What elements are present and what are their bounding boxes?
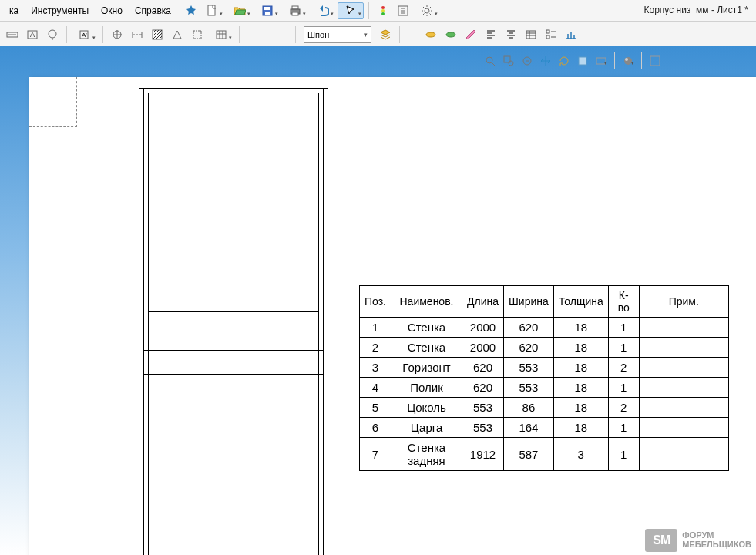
text-box-icon[interactable]: A (23, 26, 42, 43)
new-document-button[interactable] (199, 2, 225, 19)
table-cell-note (639, 438, 728, 471)
table-cell-thk: 18 (553, 418, 608, 438)
svg-point-8 (381, 9, 385, 12)
edge-tool-2-icon[interactable] (442, 26, 460, 43)
table-icon[interactable] (208, 26, 234, 43)
table-cell-note (639, 358, 728, 378)
menu-tools[interactable]: Инструменты (25, 2, 95, 19)
table-cell-note (639, 318, 728, 338)
select-button[interactable] (338, 2, 364, 19)
svg-point-34 (625, 58, 628, 61)
display-style-icon[interactable] (574, 53, 591, 69)
balloon-icon[interactable] (43, 26, 62, 43)
separator (399, 26, 400, 43)
table-tool-icon[interactable] (522, 26, 540, 43)
menu-window[interactable]: Окно (95, 2, 129, 19)
hide-show-icon[interactable] (593, 53, 610, 69)
print-button[interactable] (282, 2, 308, 19)
table-row[interactable]: 6Царга553164181 (360, 418, 729, 438)
table-row[interactable]: 5Цоколь55386182 (360, 398, 729, 418)
table-row[interactable]: 2Стенка2000620181 (360, 338, 729, 358)
dimension-icon[interactable] (3, 26, 22, 43)
material-dropdown[interactable]: Шпон (304, 26, 371, 43)
svg-point-33 (624, 57, 632, 65)
table-cell-name: Горизонт (391, 358, 462, 378)
menu-edit-partial[interactable]: ка (3, 2, 25, 19)
col-width: Ширина (504, 286, 554, 318)
svg-rect-31 (579, 57, 586, 65)
edge-tool-1-icon[interactable] (422, 26, 440, 43)
table-cell-qty: 2 (608, 398, 639, 418)
area-icon[interactable] (168, 26, 186, 43)
table-row[interactable]: 7Стенка задняя191258731 (360, 438, 729, 471)
svg-rect-6 (292, 12, 298, 15)
svg-rect-25 (546, 30, 549, 33)
table-cell-name: Царга (391, 418, 462, 438)
table-cell-len: 2000 (462, 318, 504, 338)
rebuild-button[interactable] (394, 2, 412, 19)
options-button[interactable] (414, 2, 440, 19)
align-left-icon[interactable] (482, 26, 500, 43)
list-tool-icon[interactable] (542, 26, 560, 43)
region-icon[interactable] (188, 26, 207, 43)
zoom-prev-icon[interactable] (519, 53, 536, 69)
undo-button[interactable] (310, 2, 336, 19)
table-row[interactable]: 4Полик620553181 (360, 378, 729, 398)
separator (641, 52, 642, 69)
table-cell-len: 620 (462, 378, 504, 398)
table-cell-pos: 2 (360, 338, 391, 358)
svg-point-11 (425, 8, 429, 13)
svg-point-23 (446, 32, 455, 37)
sheet-margin-marker (29, 77, 77, 127)
table-cell-wid: 620 (504, 338, 554, 358)
drawing-canvas[interactable]: Поз. Наименов. Длина Ширина Толщина К-во… (0, 46, 756, 555)
table-cell-qty: 1 (608, 378, 639, 398)
appearance-icon[interactable] (620, 53, 637, 69)
save-button[interactable] (254, 2, 281, 19)
table-cell-pos: 7 (360, 438, 391, 471)
traffic-light-icon[interactable] (374, 2, 392, 19)
svg-rect-0 (208, 5, 215, 15)
table-cell-thk: 18 (553, 318, 608, 338)
layers-icon[interactable] (376, 26, 395, 43)
table-cell-thk: 18 (553, 378, 608, 398)
zoom-fit-icon[interactable] (482, 53, 499, 69)
svg-point-29 (509, 61, 513, 66)
zoom-area-icon[interactable] (500, 53, 517, 69)
annotation-icon[interactable]: A' (72, 26, 98, 43)
open-document-button[interactable] (227, 2, 253, 19)
separator (614, 52, 615, 69)
scene-icon[interactable] (647, 53, 664, 69)
table-row[interactable]: 1Стенка2000620181 (360, 318, 729, 338)
table-cell-name: Полик (391, 378, 462, 398)
table-cell-qty: 1 (608, 418, 639, 438)
table-row[interactable]: 3Горизонт620553182 (360, 358, 729, 378)
centerline-icon[interactable] (128, 26, 146, 43)
svg-rect-24 (526, 31, 536, 39)
table-cell-len: 1912 (462, 438, 504, 471)
rotate-icon[interactable] (556, 53, 573, 69)
svg-point-27 (486, 57, 492, 63)
separator (66, 26, 67, 43)
col-position: Поз. (360, 286, 391, 318)
svg-point-22 (426, 32, 435, 37)
table-cell-note (639, 378, 728, 398)
drawing-sheet: Поз. Наименов. Длина Ширина Толщина К-во… (29, 77, 756, 555)
hatch-icon[interactable] (148, 26, 166, 43)
measure-icon[interactable] (562, 26, 580, 43)
align-center-icon[interactable] (502, 26, 520, 43)
pan-icon[interactable] (537, 53, 554, 69)
table-cell-name: Стенка (391, 318, 462, 338)
table-cell-pos: 5 (360, 398, 391, 418)
main-toolbar (199, 2, 440, 20)
table-cell-pos: 6 (360, 418, 391, 438)
svg-rect-32 (596, 58, 606, 64)
table-cell-len: 620 (462, 358, 504, 378)
svg-rect-35 (650, 56, 660, 66)
menu-help[interactable]: Справка (129, 2, 177, 19)
secondary-toolbar: A A' Шпон (0, 22, 756, 48)
center-mark-icon[interactable] (108, 26, 126, 43)
edge-tool-3-icon[interactable] (462, 26, 480, 43)
col-quantity: К-во (608, 286, 639, 318)
table-cell-thk: 18 (553, 398, 608, 418)
